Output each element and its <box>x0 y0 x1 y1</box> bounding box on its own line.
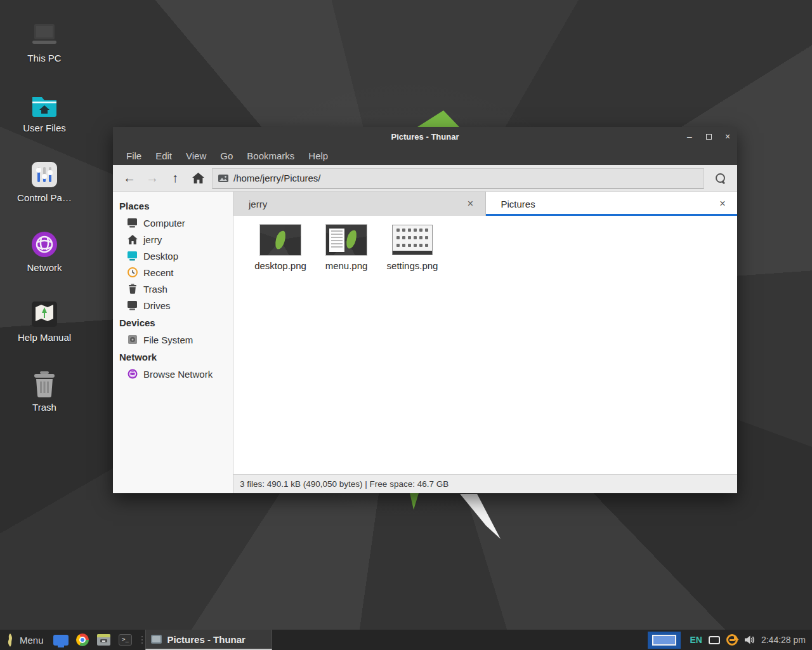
image-thumbnail <box>392 225 433 255</box>
menu-go[interactable]: Go <box>213 146 240 165</box>
tab-close-icon[interactable]: × <box>716 197 730 211</box>
status-text: 3 files: 490.1 kB (490,050 bytes) | Free… <box>240 479 449 489</box>
menu-button[interactable]: Menu <box>0 630 50 650</box>
sidebar-item-home-jerry[interactable]: jerry <box>113 231 233 248</box>
sidebar-item-desktop[interactable]: Desktop <box>113 248 233 264</box>
minimize-button[interactable]: – <box>680 127 699 146</box>
sidebar-item-label: Recent <box>143 267 174 278</box>
close-button[interactable]: × <box>718 127 737 146</box>
sidebar-header-places: Places <box>113 197 233 215</box>
sidebar-header-network: Network <box>113 348 233 366</box>
sidebar-item-trash[interactable]: Trash <box>113 281 233 297</box>
tasklist-grip-handle[interactable] <box>139 630 145 650</box>
trash-icon <box>32 367 56 397</box>
sidebar-item-drives[interactable]: Drives <box>113 297 233 314</box>
workspace-pager[interactable] <box>648 632 681 649</box>
tab-close-icon[interactable]: × <box>464 197 478 211</box>
toolbar: ← → ↑ /home/jerry/Pictures/ <box>113 165 737 192</box>
forward-button[interactable]: → <box>141 168 164 189</box>
update-manager-icon[interactable] <box>726 634 738 646</box>
path-field[interactable]: /home/jerry/Pictures/ <box>212 168 704 189</box>
file-desktop-png[interactable]: desktop.png <box>247 225 313 271</box>
desktop-icon-label: Control Pa… <box>17 192 72 203</box>
desktop-icon-label: Trash <box>32 402 56 413</box>
terminal-launcher[interactable]: >_ <box>115 630 136 650</box>
tab-label: jerry <box>249 199 267 209</box>
computer-icon <box>30 18 59 48</box>
tab-jerry[interactable]: jerry × <box>233 192 486 216</box>
file-settings-png[interactable]: settings.png <box>379 225 445 271</box>
trash-icon <box>127 284 138 295</box>
tab-pictures[interactable]: Pictures × <box>486 192 738 216</box>
sidebar-item-recent[interactable]: Recent <box>113 264 233 281</box>
sidebar-item-browse-network[interactable]: Browse Network <box>113 366 233 382</box>
show-desktop-icon <box>53 635 69 646</box>
system-tray: EN 2:44:28 pm <box>690 630 812 650</box>
menu-edit[interactable]: Edit <box>148 146 179 165</box>
back-button[interactable]: ← <box>118 168 141 189</box>
chrome-icon <box>76 633 89 646</box>
network-globe-icon <box>31 227 58 258</box>
menu-file[interactable]: File <box>119 146 148 165</box>
taskbar-clock[interactable]: 2:44:28 pm <box>761 635 806 645</box>
network-globe-icon <box>127 369 138 380</box>
display-settings-icon[interactable] <box>709 636 720 644</box>
hard-drive-icon <box>127 335 138 345</box>
image-thumbnail <box>260 225 301 255</box>
menubar: File Edit View Go Bookmarks Help <box>113 146 737 165</box>
desktop-icon-label: This PC <box>27 53 61 63</box>
file-manager-launcher[interactable] <box>93 630 115 650</box>
desktop-icon-help-manual[interactable]: Help Manual <box>11 291 77 361</box>
tab-bar: jerry × Pictures × <box>233 192 737 216</box>
menu-help[interactable]: Help <box>301 146 335 165</box>
sidebar-item-label: Computer <box>143 218 185 229</box>
mint-logo-icon <box>5 633 15 647</box>
computer-icon <box>127 218 138 229</box>
sidebar: Places Computer jerry Desktop Recent Tra… <box>113 192 233 493</box>
maximize-button[interactable] <box>699 127 718 146</box>
desktop-icon-trash[interactable]: Trash <box>11 361 77 430</box>
keyboard-layout-indicator[interactable]: EN <box>690 635 702 645</box>
tab-label: Pictures <box>501 199 535 209</box>
terminal-icon: >_ <box>119 634 132 646</box>
show-desktop-button[interactable] <box>50 630 72 650</box>
browser-launcher[interactable] <box>72 630 93 650</box>
window-titlebar[interactable]: Pictures - Thunar – × <box>113 127 737 146</box>
desktop-icon-label: User Files <box>23 123 66 133</box>
file-menu-png[interactable]: menu.png <box>313 225 379 271</box>
settings-window-footer <box>393 251 432 255</box>
file-view[interactable]: desktop.png menu.png <box>233 216 737 474</box>
sidebar-item-label: Browse Network <box>143 369 213 380</box>
up-button[interactable]: ↑ <box>164 168 187 189</box>
taskbar-window-button[interactable]: Pictures - Thunar <box>145 630 272 650</box>
volume-button[interactable] <box>744 635 755 645</box>
menu-view[interactable]: View <box>179 146 213 165</box>
desktop-icon-this-pc[interactable]: This PC <box>11 11 77 81</box>
main-column: jerry × Pictures × desktop.png <box>233 192 737 493</box>
search-button[interactable] <box>707 168 733 189</box>
home-button[interactable] <box>187 168 209 189</box>
sidebar-item-computer[interactable]: Computer <box>113 215 233 231</box>
menu-bookmarks[interactable]: Bookmarks <box>240 146 301 165</box>
desktop-icon-control-panel[interactable]: Control Pa… <box>11 151 77 221</box>
desktop-icon-user-files[interactable]: User Files <box>11 81 77 151</box>
mint-leaf-shape <box>274 230 287 250</box>
recent-clock-icon <box>127 267 138 278</box>
home-icon <box>127 234 138 245</box>
sidebar-item-label: Desktop <box>143 251 178 262</box>
sidebar-item-label: Drives <box>143 300 171 311</box>
sidebar-item-file-system[interactable]: File System <box>113 331 233 348</box>
mint-leaf-shape <box>345 229 358 249</box>
desktop-icon-network[interactable]: Network <box>11 221 77 291</box>
desktop-icon-label: Network <box>27 262 62 273</box>
search-icon <box>716 173 725 183</box>
settings-icons-grid <box>395 229 429 247</box>
window-body: Places Computer jerry Desktop Recent Tra… <box>113 192 737 493</box>
image-thumbnail <box>326 225 367 255</box>
drives-icon <box>127 300 138 311</box>
path-text: /home/jerry/Pictures/ <box>233 173 321 183</box>
desktop-icon-label: Help Manual <box>18 332 71 343</box>
file-cabinet-icon <box>97 634 110 646</box>
file-name: menu.png <box>325 260 368 271</box>
control-panel-icon <box>31 157 58 188</box>
